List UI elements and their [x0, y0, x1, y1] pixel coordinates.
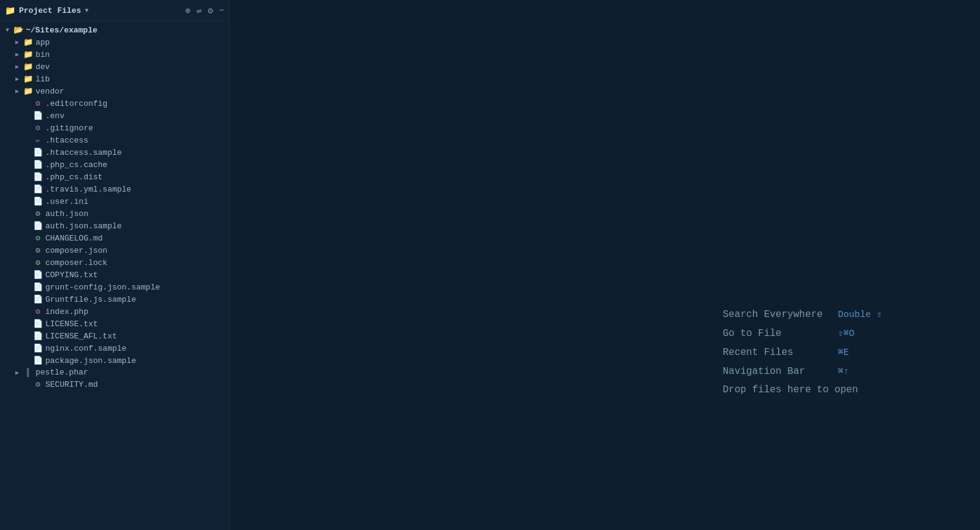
shortcut-search-keys: Double ⇧ [838, 308, 882, 320]
file-env[interactable]: 📄 .env [0, 110, 229, 122]
env-icon: 📄 [32, 111, 44, 121]
gruntfile-icon: 📄 [32, 294, 44, 304]
changelog-icon: ⚙ [32, 233, 44, 243]
file-nginx-conf[interactable]: 📄 nginx.conf.sample [0, 342, 229, 354]
lib-folder-icon: 📁 [22, 74, 34, 84]
file-index-php[interactable]: ⚙ index.php [0, 305, 229, 318]
shortcut-nav-label: Navigation Bar [723, 366, 833, 377]
security-md-label: SECURITY.md [45, 380, 98, 389]
index-php-icon: ⚙ [32, 307, 44, 316]
dropdown-arrow-icon[interactable]: ▼ [85, 7, 88, 14]
folder-dev[interactable]: ▶ 📁 dev [0, 61, 229, 73]
changelog-label: CHANGELOG.md [45, 234, 103, 243]
folder-app[interactable]: ▶ 📁 app [0, 36, 229, 48]
file-travis-yml[interactable]: 📄 .travis.yml.sample [0, 183, 229, 195]
file-htaccess-sample[interactable]: 📄 .htaccess.sample [0, 146, 229, 159]
folder-icon: 📁 [5, 6, 15, 16]
file-changelog[interactable]: ⚙ CHANGELOG.md [0, 232, 229, 244]
package-json-icon: 📄 [32, 356, 44, 365]
file-license[interactable]: 📄 LICENSE.txt [0, 318, 229, 330]
auth-json-label: auth.json [45, 209, 88, 218]
gear-icon[interactable]: ⚙ [208, 6, 213, 16]
editorconfig-icon: ⚙ [32, 99, 44, 108]
license-afl-icon: 📄 [32, 331, 44, 341]
main-area: Search Everywhere Double ⇧ Go to File ⇧⌘… [230, 0, 980, 530]
file-copying[interactable]: 📄 COPYING.txt [0, 269, 229, 281]
dev-label: dev [36, 62, 50, 72]
php-cs-cache-icon: 📄 [32, 160, 44, 170]
bin-toggle-icon: ▶ [12, 51, 22, 58]
pestle-toggle-icon: ▶ [12, 369, 22, 376]
composer-json-label: composer.json [45, 246, 107, 255]
security-md-icon: ⚙ [32, 379, 44, 389]
grunt-config-label: grunt-config.json.sample [45, 283, 160, 292]
globe-icon[interactable]: ⊕ [185, 6, 190, 16]
file-htaccess[interactable]: ✏ .htaccess [0, 134, 229, 146]
vendor-folder-icon: 📁 [22, 86, 34, 96]
shortcut-goto-file[interactable]: Go to File ⇧⌘O [723, 327, 882, 339]
grunt-config-icon: 📄 [32, 282, 44, 292]
shortcut-search-label: Search Everywhere [723, 309, 833, 320]
file-php-cs-cache[interactable]: 📄 .php_cs.cache [0, 159, 229, 171]
lib-toggle-icon: ▶ [12, 75, 22, 83]
file-gitignore[interactable]: ⚙ .gitignore [0, 122, 229, 134]
file-license-afl[interactable]: 📄 LICENSE_AFL.txt [0, 330, 229, 342]
app-folder-icon: 📁 [22, 37, 34, 47]
bin-label: bin [36, 50, 50, 59]
root-folder-icon: 📂 [12, 25, 24, 35]
root-label: ~/Sites/example [26, 26, 97, 35]
nginx-conf-label: nginx.conf.sample [45, 344, 127, 353]
shortcut-recent-files[interactable]: Recent Files ⌘E [723, 346, 882, 358]
auth-json-sample-label: auth.json.sample [45, 222, 122, 231]
license-icon: 📄 [32, 319, 44, 329]
travis-yml-icon: 📄 [32, 184, 44, 194]
shortcut-nav-bar[interactable]: Navigation Bar ⌘↑ [723, 365, 882, 377]
dev-toggle-icon: ▶ [12, 63, 22, 70]
sidebar: 📁 Project Files ▼ ⊕ ⇌ ⚙ − ▼ 📂 ~/Sites/ex… [0, 0, 230, 530]
php-cs-dist-icon: 📄 [32, 172, 44, 182]
gitignore-label: .gitignore [45, 124, 93, 133]
app-toggle-icon: ▶ [12, 39, 22, 46]
index-php-label: index.php [45, 307, 88, 316]
htaccess-sample-icon: 📄 [32, 147, 44, 157]
drop-zone[interactable]: Drop files here to open [723, 384, 882, 395]
editorconfig-label: .editorconfig [45, 99, 107, 108]
bin-folder-icon: 📁 [22, 50, 34, 59]
file-user-ini[interactable]: 📄 .user.ini [0, 195, 229, 207]
license-label: LICENSE.txt [45, 319, 98, 329]
file-composer-lock[interactable]: ⚙ composer.lock [0, 256, 229, 269]
file-auth-json[interactable]: ⚙ auth.json [0, 207, 229, 220]
copying-label: COPYING.txt [45, 271, 98, 280]
split-icon[interactable]: ⇌ [197, 6, 202, 16]
copying-icon: 📄 [32, 270, 44, 280]
root-toggle-icon: ▼ [2, 27, 12, 34]
file-php-cs-dist[interactable]: 📄 .php_cs.dist [0, 171, 229, 183]
php-cs-cache-label: .php_cs.cache [45, 160, 107, 170]
file-auth-json-sample[interactable]: 📄 auth.json.sample [0, 220, 229, 232]
file-package-json[interactable]: 📄 package.json.sample [0, 354, 229, 367]
pestle-icon: ║ [22, 368, 34, 377]
shortcut-recent-label: Recent Files [723, 347, 833, 358]
shortcut-search-everywhere[interactable]: Search Everywhere Double ⇧ [723, 308, 882, 320]
pestle-label: pestle.phar [36, 368, 88, 377]
gruntfile-label: Gruntfile.js.sample [45, 295, 136, 304]
file-tree: ▼ 📂 ~/Sites/example ▶ 📁 app ▶ 📁 bin ▶ 📁 … [0, 21, 229, 530]
file-pestle-phar[interactable]: ▶ ║ pestle.phar [0, 367, 229, 378]
folder-bin[interactable]: ▶ 📁 bin [0, 48, 229, 61]
gitignore-icon: ⚙ [32, 123, 44, 133]
travis-yml-label: .travis.yml.sample [45, 185, 131, 194]
file-security-md[interactable]: ⚙ SECURITY.md [0, 378, 229, 390]
folder-lib[interactable]: ▶ 📁 lib [0, 73, 229, 85]
user-ini-icon: 📄 [32, 196, 44, 206]
file-gruntfile[interactable]: 📄 Gruntfile.js.sample [0, 293, 229, 305]
file-composer-json[interactable]: ⚙ composer.json [0, 244, 229, 256]
shortcut-goto-label: Go to File [723, 328, 833, 339]
auth-json-sample-icon: 📄 [32, 221, 44, 231]
dev-folder-icon: 📁 [22, 62, 34, 72]
folder-vendor[interactable]: ▶ 📁 vendor [0, 85, 229, 97]
file-editorconfig[interactable]: ⚙ .editorconfig [0, 97, 229, 110]
file-grunt-config[interactable]: 📄 grunt-config.json.sample [0, 281, 229, 293]
minimize-icon[interactable]: − [219, 6, 224, 15]
shortcut-recent-keys: ⌘E [838, 346, 849, 358]
tree-root[interactable]: ▼ 📂 ~/Sites/example [0, 24, 229, 36]
